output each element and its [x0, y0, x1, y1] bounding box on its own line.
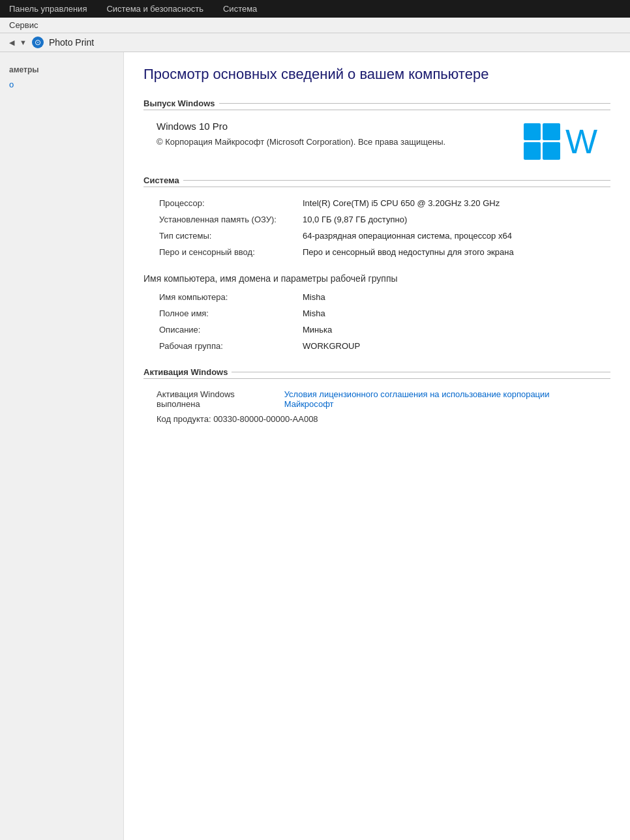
system-value-0: Intel(R) Core(TM) i5 CPU 650 @ 3.20GHz 3… [300, 195, 623, 211]
system-label-2: Тип системы: [157, 228, 300, 244]
computer-value-2: Минька [300, 322, 623, 338]
edition-row: Windows 10 Pro © Корпорация Майкрософт (… [143, 118, 610, 162]
system-section-label: Система [143, 175, 183, 185]
system-info-table: Процессор:Intel(R) Core(TM) i5 CPU 650 @… [157, 195, 623, 260]
computer-label-2: Описание: [157, 322, 300, 338]
computer-section: Имя компьютера, имя домена и параметры р… [143, 273, 610, 354]
content-area: Просмотр основных сведений о вашем компь… [124, 52, 630, 840]
system-row-3: Перо и сенсорный ввод:Перо и сенсорный в… [157, 244, 623, 260]
address-back-arrow[interactable]: ◀ [9, 38, 14, 47]
system-section-header: Система [143, 175, 610, 187]
system-label-1: Установленная память (ОЗУ): [157, 211, 300, 228]
product-key-number: 00330-80000-00000-AA008 [213, 414, 318, 424]
system-value-1: 10,0 ГБ (9,87 ГБ доступно) [300, 211, 623, 228]
toolbar: Сервис [0, 18, 630, 33]
windows-letter: W [565, 125, 597, 158]
win-flag-tr [543, 123, 560, 141]
system-value-2: 64-разрядная операционная система, проце… [300, 228, 623, 244]
system-section: Система Процессор:Intel(R) Core(TM) i5 C… [143, 175, 610, 260]
system-row-2: Тип системы:64-разрядная операционная си… [157, 228, 623, 244]
computer-label-0: Имя компьютера: [157, 289, 300, 305]
activation-section: Активация Windows Активация Windows выпо… [143, 367, 610, 427]
page-title: Просмотр основных сведений о вашем компь… [143, 65, 610, 84]
activation-status-label: Активация Windows выполнена [157, 389, 279, 409]
win-flag-tl [524, 123, 541, 141]
computer-value-3: WORKGROUP [300, 338, 623, 354]
windows-flag-icon [524, 123, 560, 160]
computer-row-1: Полное имя:Misha [157, 305, 623, 322]
nav-system[interactable]: Система [223, 4, 257, 14]
nav-system-security[interactable]: Система и безопасность [106, 4, 203, 14]
computer-label-3: Рабочая группа: [157, 338, 300, 354]
computer-label-1: Полное имя: [157, 305, 300, 322]
windows-edition-label: Выпуск Windows [143, 98, 219, 108]
edition-copyright: © Корпорация Майкрософт (Microsoft Corpo… [157, 136, 470, 149]
activation-section-label: Активация Windows [143, 367, 232, 377]
win-flag-bl [524, 142, 541, 160]
windows-edition-section: Выпуск Windows Windows 10 Pro © Корпорац… [143, 98, 610, 162]
computer-value-0: Misha [300, 289, 623, 305]
product-key-row: Код продукта: 00330-80000-00000-AA008 [143, 412, 610, 427]
top-navigation: Панель управления Система и безопасность… [0, 0, 630, 18]
activation-status-row: Активация Windows выполнена Условия лице… [143, 387, 610, 412]
edition-name: Windows 10 Pro [157, 121, 524, 132]
address-bar: ◀ ▼ Photo Print [0, 33, 630, 52]
address-dropdown-arrow[interactable]: ▼ [20, 38, 27, 46]
product-key-label: Код продукта: [157, 414, 211, 424]
nav-control-panel[interactable]: Панель управления [9, 4, 87, 14]
system-row-0: Процессор:Intel(R) Core(TM) i5 CPU 650 @… [157, 195, 623, 211]
system-value-3: Перо и сенсорный ввод недоступны для это… [300, 244, 623, 260]
sidebar-item-o[interactable]: о [0, 76, 123, 95]
computer-value-1: Misha [300, 305, 623, 322]
computer-section-title: Имя компьютера, имя домена и параметры р… [143, 273, 610, 284]
edition-info: Windows 10 Pro © Корпорация Майкрософт (… [157, 121, 524, 149]
photo-print-icon [32, 37, 44, 48]
system-label-3: Перо и сенсорный ввод: [157, 244, 300, 260]
windows-logo: W [524, 123, 597, 160]
activation-section-header: Активация Windows [143, 367, 610, 379]
computer-row-2: Описание:Минька [157, 322, 623, 338]
activation-license-link[interactable]: Условия лицензионного соглашения на испо… [284, 389, 597, 409]
computer-row-3: Рабочая группа:WORKGROUP [157, 338, 623, 354]
windows-edition-header: Выпуск Windows [143, 98, 610, 110]
system-row-1: Установленная память (ОЗУ):10,0 ГБ (9,87… [157, 211, 623, 228]
sidebar-section-label: аметры [0, 59, 123, 76]
computer-info-table: Имя компьютера:MishaПолное имя:MishaОпис… [157, 289, 623, 354]
system-label-0: Процессор: [157, 195, 300, 211]
photo-print-label: Photo Print [49, 37, 94, 48]
toolbar-service-label: Сервис [9, 20, 38, 30]
win-flag-br [543, 142, 560, 160]
main-layout: аметры о Просмотр основных сведений о ва… [0, 52, 630, 840]
computer-row-0: Имя компьютера:Misha [157, 289, 623, 305]
sidebar: аметры о [0, 52, 124, 840]
